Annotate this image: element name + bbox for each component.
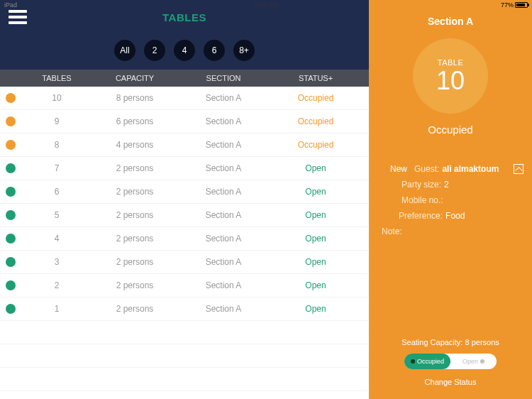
preference-label: Preference: — [399, 211, 443, 221]
cell-section: Section A — [177, 234, 270, 244]
cell-status: Occupied — [270, 116, 362, 126]
toggle-open-label: Open — [462, 358, 478, 365]
empty-row — [0, 344, 369, 368]
col-header-tables: TABLES — [21, 74, 92, 82]
cell-status: Open — [270, 163, 362, 173]
detail-section-title: Section A — [369, 10, 532, 38]
cell-capacity: 2 persons — [92, 257, 177, 267]
toggle-open-option[interactable]: Open — [450, 358, 497, 365]
guest-details: New Guest: ali almaktoum Party size: 2 M… — [369, 164, 532, 242]
table-row[interactable]: 3 2 persons Section A Open — [0, 251, 369, 274]
status-dot-icon — [6, 304, 16, 314]
col-header-status[interactable]: STATUS+ — [270, 74, 362, 82]
device-status-bar: iPad 1:43 PM 77% — [0, 0, 532, 10]
cell-capacity: 2 persons — [92, 163, 177, 173]
cell-section: Section A — [177, 257, 270, 267]
cell-capacity: 8 persons — [92, 93, 177, 103]
guest-label: Guest: — [414, 164, 439, 174]
cell-section: Section A — [177, 280, 270, 290]
edit-icon[interactable] — [514, 164, 523, 174]
cell-table-number: 1 — [21, 304, 92, 314]
time-label: 1:43 PM — [254, 1, 278, 9]
radio-dot-icon — [480, 359, 484, 364]
status-dot-icon — [6, 257, 16, 267]
empty-row — [0, 321, 369, 344]
table-header-row: TABLES CAPACITY SECTION STATUS+ — [0, 70, 369, 87]
cell-section: Section A — [177, 304, 270, 314]
battery-percent: 77% — [501, 1, 514, 9]
table-row[interactable]: 5 2 persons Section A Open — [0, 204, 369, 227]
table-circle: TABLE 10 — [413, 38, 488, 114]
status-dot-icon — [6, 187, 16, 197]
table-row[interactable]: 2 2 persons Section A Open — [0, 274, 369, 297]
cell-section: Section A — [177, 116, 270, 126]
cell-table-number: 6 — [21, 187, 92, 197]
filter-2[interactable]: 2 — [144, 40, 165, 61]
status-toggle[interactable]: Occupied Open — [404, 354, 497, 369]
cell-status: Occupied — [270, 93, 362, 103]
table-detail-panel: Section A TABLE 10 Occupied New Guest: a… — [369, 0, 532, 399]
cell-status: Open — [270, 304, 362, 314]
table-row[interactable]: 10 8 persons Section A Occupied — [0, 87, 369, 110]
filter-8plus[interactable]: 8+ — [233, 40, 255, 61]
radio-dot-icon — [411, 359, 415, 364]
cell-status: Open — [270, 234, 362, 244]
status-dot-icon — [6, 280, 16, 290]
filter-6[interactable]: 6 — [204, 40, 225, 61]
cell-status: Open — [270, 187, 362, 197]
cell-table-number: 10 — [21, 93, 92, 103]
table-row[interactable]: 8 4 persons Section A Occupied — [0, 133, 369, 157]
cell-status: Occupied — [270, 140, 362, 150]
cell-status: Open — [270, 257, 362, 267]
cell-capacity: 2 persons — [92, 187, 177, 197]
cell-table-number: 3 — [21, 257, 92, 267]
filter-all[interactable]: All — [114, 40, 135, 61]
cell-table-number: 9 — [21, 116, 92, 126]
change-status-label: Change Status — [369, 378, 532, 386]
party-size-label: Party size: — [401, 180, 441, 190]
table-row[interactable]: 6 2 persons Section A Open — [0, 180, 369, 204]
cell-capacity: 6 persons — [92, 116, 177, 126]
status-dot-icon — [6, 116, 16, 126]
status-dot-icon — [6, 140, 16, 150]
cell-capacity: 2 persons — [92, 280, 177, 290]
cell-table-number: 8 — [21, 140, 92, 150]
table-circle-number: 10 — [436, 68, 465, 94]
carrier-label: iPad — [4, 1, 17, 9]
table-row[interactable]: 7 2 persons Section A Open — [0, 157, 369, 180]
empty-row — [0, 368, 369, 391]
table-body[interactable]: 10 8 persons Section A Occupied 9 6 pers… — [0, 87, 369, 399]
cell-table-number: 4 — [21, 234, 92, 244]
seating-capacity: Seating Capacity: 8 persons — [369, 338, 532, 346]
cell-section: Section A — [177, 140, 270, 150]
toggle-occupied-option[interactable]: Occupied — [404, 354, 450, 369]
table-row[interactable]: 4 2 persons Section A Open — [0, 227, 369, 251]
table-row[interactable]: 9 6 persons Section A Occupied — [0, 110, 369, 133]
table-row[interactable]: 1 2 persons Section A Open — [0, 297, 369, 321]
detail-status-text: Occupied — [369, 124, 532, 136]
toggle-occupied-label: Occupied — [417, 358, 444, 365]
cell-capacity: 2 persons — [92, 210, 177, 220]
status-dot-icon — [6, 210, 16, 220]
preference-value: Food — [445, 211, 465, 221]
status-dot-icon — [6, 93, 16, 103]
page-title: TABLES — [162, 11, 206, 23]
filter-4[interactable]: 4 — [174, 40, 195, 61]
status-dot-icon — [6, 234, 16, 244]
cell-table-number: 7 — [21, 163, 92, 173]
guest-name: ali almaktoum — [442, 164, 499, 174]
cell-capacity: 2 persons — [92, 304, 177, 314]
party-size-value: 2 — [444, 180, 449, 190]
cell-section: Section A — [177, 210, 270, 220]
cell-section: Section A — [177, 187, 270, 197]
menu-icon[interactable] — [9, 10, 27, 24]
cell-status: Open — [270, 280, 362, 290]
col-header-section: SECTION — [177, 74, 270, 82]
status-dot-icon — [6, 163, 16, 173]
seating-label: Seating Capacity: — [401, 338, 462, 346]
battery-icon — [515, 2, 528, 8]
note-label: Note: — [382, 226, 402, 236]
cell-capacity: 2 persons — [92, 234, 177, 244]
cell-table-number: 2 — [21, 280, 92, 290]
col-header-capacity: CAPACITY — [92, 74, 177, 82]
